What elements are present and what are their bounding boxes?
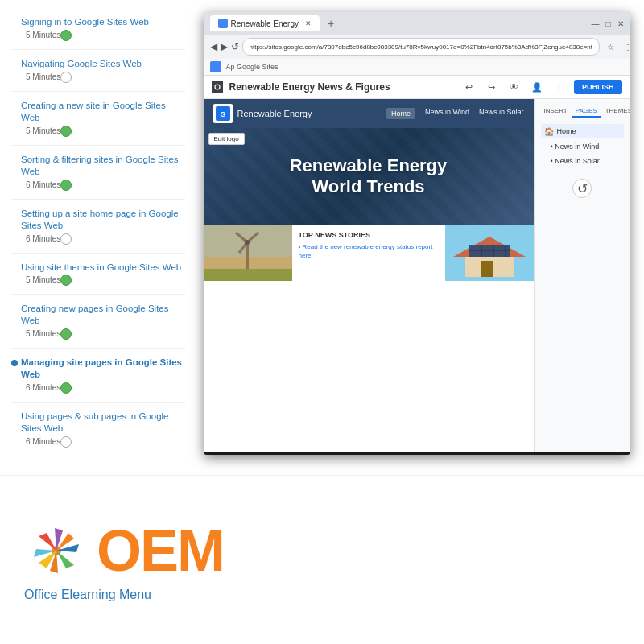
course-title-6: Using site themes in Google Sites Web5 M… [21, 262, 185, 287]
no-indicator [11, 208, 18, 214]
oem-arrows-icon [24, 518, 89, 583]
reload-button[interactable]: ↺ [231, 39, 239, 54]
news-item: • Read the new renewable energy status r… [299, 242, 439, 260]
undo-icon[interactable]: ↩ [461, 79, 477, 95]
course-list: Signing in to Google Sites Web5 MinutesN… [0, 0, 193, 475]
course-duration: 5 Minutes [26, 72, 60, 81]
panel-pages-list: 🏠 Home • News in Wind • News in Solar [541, 124, 624, 167]
publish-button[interactable]: PUBLISH [574, 80, 622, 94]
page-solar-label: • News in Solar [551, 157, 600, 165]
course-item-4[interactable]: Sorting & filtering sites in Google Site… [11, 154, 185, 200]
forward-button[interactable]: ▶ [221, 39, 228, 54]
course-item-9[interactable]: Using pages & sub pages in Google Sites … [11, 411, 185, 456]
course-item-7[interactable]: Creating new pages in Google Sites Web5 … [11, 303, 185, 349]
course-title-text: Creating a new site in Google Sites Web [21, 100, 185, 124]
course-status-icon [60, 436, 72, 448]
news-header: TOP NEWS STORIES [299, 231, 439, 239]
edit-logo-button[interactable]: Edit logo [208, 133, 245, 145]
tab-title: Renewable Energy [231, 19, 299, 28]
address-text: https://sites.google.com/a/7307dbe5c96d8… [250, 43, 593, 51]
course-item-6[interactable]: Using site themes in Google Sites Web5 M… [11, 262, 185, 295]
course-item-5[interactable]: Setting up a site home page in Google Si… [11, 208, 185, 254]
no-indicator [11, 154, 18, 160]
oem-logo-top: OEM [24, 518, 224, 583]
course-status-icon [60, 180, 72, 191]
oem-text-group: OEM [97, 522, 224, 580]
svg-rect-19 [481, 261, 493, 277]
site-nav-links: Home News in Wind News in Solar [386, 108, 524, 119]
panel-tabs: INSERT PAGES THEMES [541, 105, 624, 118]
more-icon[interactable]: ⋮ [551, 79, 568, 95]
course-title-8: Managing site pages in Google Sites Web6… [21, 357, 185, 394]
close-icon[interactable]: ✕ [617, 19, 624, 28]
no-indicator [11, 16, 18, 23]
course-duration: 6 Minutes [26, 180, 60, 189]
tab-close-icon[interactable]: ✕ [305, 19, 312, 27]
course-status-icon [60, 328, 72, 340]
extensions-bar: Ap Google Sites [204, 59, 630, 76]
no-indicator [11, 262, 18, 268]
course-status-icon [60, 233, 72, 245]
page-wind-label: • News in Wind [551, 142, 600, 151]
course-duration: 6 Minutes [26, 437, 60, 446]
svg-point-0 [215, 85, 220, 89]
preview-icon[interactable]: 👁 [506, 79, 522, 95]
ext-favicon-icon [210, 61, 221, 72]
no-indicator [11, 303, 18, 309]
site-news-image-wind [204, 225, 292, 281]
main-content-area: Renewable Energy ✕ + — □ ✕ ◀ ▶ ↺ [193, 0, 644, 475]
course-title-text: Setting up a site home page in Google Si… [21, 208, 185, 232]
address-bar[interactable]: https://sites.google.com/a/7307dbe5c96d8… [242, 38, 601, 56]
course-title-2: Navigating Google Sites Web5 Minutes [21, 58, 185, 83]
oem-logo: OEM Office Elearning Menu [24, 518, 224, 602]
panel-page-solar[interactable]: • News in Solar [541, 155, 624, 167]
bookmark-icon[interactable]: ☆ [603, 39, 617, 54]
svg-marker-26 [39, 533, 56, 551]
course-title-4: Sorting & filtering sites in Google Site… [21, 154, 185, 191]
toolbar-icons: ☆ ⋮ [603, 39, 630, 54]
browser-tab[interactable]: Renewable Energy ✕ [210, 15, 320, 31]
browser-toolbar: ◀ ▶ ↺ https://sites.google.com/a/7307dbe… [204, 35, 630, 59]
nav-link-wind[interactable]: News in Wind [425, 108, 469, 119]
panel-page-wind[interactable]: • News in Wind [541, 140, 624, 153]
settings-icon[interactable]: ⋮ [621, 39, 630, 54]
maximize-icon[interactable]: □ [605, 19, 610, 28]
site-logo-text: Renewable Energy [237, 109, 312, 118]
tab-insert[interactable]: INSERT [541, 105, 571, 118]
nav-link-home[interactable]: Home [386, 108, 415, 119]
site-hero-title: Renewable Energy World Trends [290, 155, 448, 198]
course-status-icon [60, 126, 72, 137]
course-item-2[interactable]: Navigating Google Sites Web5 Minutes [11, 58, 185, 92]
nav-link-solar[interactable]: News in Solar [479, 108, 524, 119]
course-status-icon [60, 275, 72, 286]
share-icon[interactable]: 👤 [529, 79, 545, 95]
course-status-icon [60, 30, 72, 41]
course-item-3[interactable]: Creating a new site in Google Sites Web5… [11, 100, 185, 146]
site-logo-img: G [213, 104, 233, 123]
redo-icon[interactable]: ↪ [484, 79, 500, 95]
course-title-3: Creating a new site in Google Sites Web5… [21, 100, 185, 137]
no-indicator [11, 411, 18, 417]
back-button[interactable]: ◀ [210, 39, 217, 54]
sites-header: Renewable Energy News & Figures ↩ ↪ 👁 👤 … [204, 76, 630, 99]
add-page-button[interactable]: ↺ [572, 179, 592, 198]
site-news-text: TOP NEWS STORIES • Read the new renewabl… [292, 225, 445, 281]
course-item-1[interactable]: Signing in to Google Sites Web5 Minutes [11, 16, 185, 50]
sites-settings-icon[interactable] [212, 81, 223, 93]
course-title-text: Managing site pages in Google Sites Web [21, 357, 185, 381]
hero-title-line2: World Trends [290, 176, 448, 197]
page-home-label: Home [557, 127, 576, 135]
window-controls: — □ ✕ [591, 19, 623, 28]
browser-chrome: Renewable Energy ✕ + — □ ✕ ◀ ▶ ↺ [204, 12, 630, 76]
course-item-8[interactable]: Managing site pages in Google Sites Web6… [11, 357, 185, 402]
minimize-icon[interactable]: — [591, 19, 599, 28]
extensions-label: Ap Google Sites [226, 63, 279, 71]
tab-themes[interactable]: THEMES [602, 105, 630, 118]
tab-pages[interactable]: PAGES [572, 105, 601, 118]
course-title-text: Signing in to Google Sites Web [21, 16, 185, 28]
site-news-image-solar [445, 225, 534, 281]
new-tab-button[interactable]: + [323, 15, 339, 31]
course-duration: 5 Minutes [26, 126, 60, 135]
panel-page-home[interactable]: 🏠 Home [541, 124, 624, 138]
course-title-9: Using pages & sub pages in Google Sites … [21, 411, 185, 448]
